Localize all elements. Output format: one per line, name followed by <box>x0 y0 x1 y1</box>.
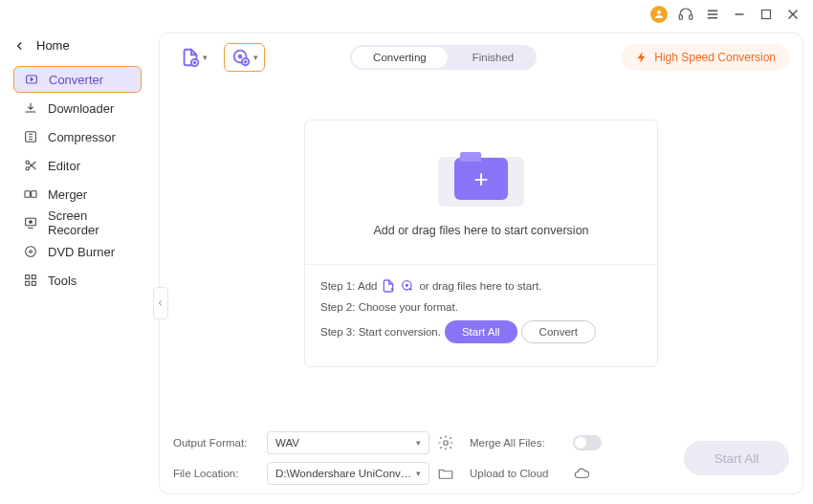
add-disc-icon[interactable] <box>400 278 415 294</box>
plus-icon: + <box>473 164 488 194</box>
svg-rect-22 <box>26 281 30 285</box>
chevron-down-icon: ▾ <box>416 438 421 448</box>
sidebar-item-label: Editor <box>48 159 80 173</box>
folder-illustration: + <box>438 147 524 210</box>
output-format-select[interactable]: WAV ▾ <box>267 431 429 454</box>
grid-icon <box>23 273 38 288</box>
chevron-left-icon <box>156 298 165 308</box>
svg-rect-15 <box>32 191 36 198</box>
sidebar-item-label: Converter <box>49 73 103 87</box>
tab-converting[interactable]: Converting <box>352 47 448 68</box>
headset-icon[interactable] <box>677 6 694 23</box>
add-disc-icon <box>231 47 252 68</box>
download-icon <box>23 100 38 116</box>
step-1: Step 1: Add or drag files here to start. <box>320 278 642 294</box>
svg-marker-10 <box>31 78 33 81</box>
svg-point-18 <box>26 247 36 257</box>
chevron-down-icon: ▾ <box>416 469 421 478</box>
home-back[interactable]: Home <box>13 38 142 53</box>
add-dvd-button[interactable]: ▾ <box>224 43 265 72</box>
disc-icon <box>23 244 38 259</box>
sidebar-item-label: DVD Burner <box>48 245 115 259</box>
chevron-left-icon <box>13 39 27 53</box>
sidebar-item-dvd-burner[interactable]: DVD Burner <box>13 238 142 265</box>
svg-point-30 <box>444 441 449 446</box>
status-tabs: Converting Finished <box>350 45 537 70</box>
sidebar-collapse[interactable] <box>153 287 168 319</box>
add-file-icon[interactable] <box>381 278 396 294</box>
user-avatar[interactable] <box>650 6 668 23</box>
chevron-down-icon: ▾ <box>253 53 258 62</box>
cloud-icon[interactable] <box>573 465 590 482</box>
sidebar-item-editor[interactable]: Editor <box>13 152 142 179</box>
high-speed-badge[interactable]: High Speed Conversion <box>622 44 789 71</box>
drop-panel: + Add or drag files here to start conver… <box>304 120 658 367</box>
sidebar-item-label: Merger <box>48 187 87 202</box>
svg-rect-23 <box>32 281 35 285</box>
svg-rect-20 <box>26 275 30 279</box>
sidebar-item-label: Tools <box>48 274 77 288</box>
svg-point-17 <box>30 221 33 224</box>
lightning-icon <box>635 51 648 64</box>
svg-rect-21 <box>32 275 35 279</box>
sidebar-item-tools[interactable]: Tools <box>13 267 142 294</box>
sidebar-item-label: Downloader <box>48 101 114 116</box>
sidebar-item-merger[interactable]: Merger <box>13 181 142 208</box>
convert-button[interactable]: Convert <box>521 320 596 343</box>
step-2: Step 2: Choose your format. <box>320 301 642 313</box>
sidebar-item-downloader[interactable]: Downloader <box>13 95 142 121</box>
merge-files-label: Merge All Files: <box>470 437 565 449</box>
tab-finished[interactable]: Finished <box>450 45 537 70</box>
svg-point-26 <box>239 55 242 58</box>
drop-zone[interactable]: + Add or drag files here to start conver… <box>305 121 657 264</box>
menu-icon[interactable] <box>704 6 721 23</box>
open-folder-icon[interactable] <box>437 465 454 482</box>
sidebar-item-label: Screen Recorder <box>48 208 132 237</box>
svg-rect-6 <box>762 11 771 19</box>
settings-icon[interactable] <box>437 434 454 451</box>
step-3: Step 3: Start conversion. Start All Conv… <box>320 320 642 343</box>
add-file-button[interactable]: ▾ <box>173 43 214 72</box>
compress-icon <box>23 129 38 144</box>
sidebar-item-compressor[interactable]: Compressor <box>13 123 142 150</box>
start-all-button-small[interactable]: Start All <box>445 320 517 343</box>
home-label: Home <box>36 38 70 53</box>
high-speed-label: High Speed Conversion <box>654 51 776 64</box>
maximize-button[interactable] <box>758 6 775 23</box>
svg-point-29 <box>406 284 408 286</box>
merge-files-toggle[interactable] <box>573 435 602 450</box>
sidebar-item-label: Compressor <box>48 130 116 144</box>
merge-icon <box>23 186 38 202</box>
svg-point-19 <box>30 251 33 253</box>
output-format-label: Output Format: <box>173 437 259 449</box>
minimize-button[interactable] <box>731 6 748 23</box>
file-location-select[interactable]: D:\Wondershare UniConverter 1 ▾ <box>267 462 429 485</box>
close-button[interactable] <box>784 6 802 23</box>
upload-cloud-label: Upload to Cloud <box>470 468 565 479</box>
svg-rect-14 <box>25 191 30 198</box>
drop-hint: Add or drag files here to start conversi… <box>373 224 588 237</box>
file-location-label: File Location: <box>173 468 259 479</box>
converter-icon <box>24 72 39 87</box>
chevron-down-icon: ▾ <box>203 53 208 62</box>
record-icon <box>23 215 38 230</box>
sidebar-item-screen-recorder[interactable]: Screen Recorder <box>13 209 142 236</box>
svg-rect-1 <box>690 15 692 20</box>
scissors-icon <box>23 158 38 173</box>
start-all-button[interactable]: Start All <box>684 441 789 475</box>
svg-rect-0 <box>679 15 682 20</box>
add-file-icon <box>180 47 201 68</box>
sidebar-item-converter[interactable]: Converter <box>13 66 142 93</box>
